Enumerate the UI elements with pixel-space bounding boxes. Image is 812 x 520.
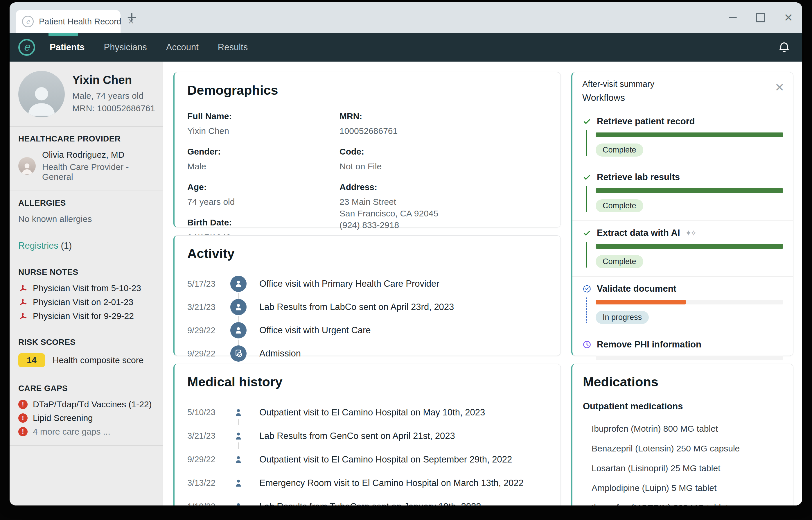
- brand-logo-icon[interactable]: e: [18, 39, 35, 56]
- demographics-title: Demographics: [187, 83, 552, 98]
- tab-title: Patient Health Record: [39, 17, 121, 26]
- notifications-bell-icon[interactable]: [778, 41, 790, 54]
- nurse-notes-heading: NURSE NOTES: [18, 267, 155, 277]
- alert-icon: !: [18, 427, 28, 436]
- activity-card: Activity 5/17/23 Office visit with Prima…: [173, 235, 561, 356]
- history-date: 5/10/23: [187, 408, 222, 417]
- care-gaps-section: CARE GAPS ! DTaP/Tdap/Td Vaccines (1-22)…: [9, 376, 163, 446]
- nurse-note-item[interactable]: Physician Visit from 5-10-23: [18, 283, 155, 293]
- medical-history-item: 5/10/23 Outpatient visit to El Camino Ho…: [187, 400, 552, 424]
- history-text: Emergency Room visit to El Camino Hospit…: [259, 478, 524, 488]
- nurse-note-item[interactable]: Physician Visit on 2-01-23: [18, 297, 155, 307]
- status-badge: Complete: [596, 255, 643, 268]
- medical-history-item: 1/19/22 Lab Results from TubeCorp sent o…: [187, 495, 552, 505]
- activity-item: 9/29/22 Office visit with Urgent Care: [187, 319, 552, 342]
- person-icon: [230, 405, 247, 421]
- provider-avatar: [18, 157, 36, 175]
- registries-section: Registries (1): [9, 233, 163, 260]
- nav-item-patients[interactable]: Patients: [50, 42, 85, 53]
- field-label: Birth Date:: [187, 217, 340, 228]
- workflows-title: Workflows: [582, 93, 654, 103]
- risk-scores-section: RISK SCORES 14 Health composite score: [9, 330, 163, 376]
- activity-date: 5/17/23: [187, 279, 222, 289]
- allergies-text: No known allergies: [18, 214, 155, 224]
- alert-icon: !: [18, 400, 28, 409]
- field-label: Code:: [340, 147, 552, 157]
- history-date: 3/13/22: [187, 478, 222, 488]
- field-value: 23 Main Street San Francisco, CA 92045 (…: [340, 196, 552, 231]
- medication-item: Ibuprofen (Motrin) 800 MG tablet: [583, 424, 784, 434]
- history-text: Lab Results from TubeCorp sent on Januar…: [259, 501, 481, 506]
- medical-history-title: Medical history: [187, 374, 552, 390]
- clock-icon: [582, 340, 592, 349]
- history-date: 3/21/23: [187, 431, 222, 441]
- history-date: 9/29/22: [187, 454, 222, 464]
- care-gap-item[interactable]: ! DTaP/Tdap/Td Vaccines (1-22): [18, 399, 155, 409]
- status-badge: Complete: [596, 199, 643, 212]
- progress-bar: [596, 244, 783, 249]
- medications-title: Medications: [583, 374, 784, 390]
- minimize-button[interactable]: [728, 13, 738, 23]
- patient-summary: Yixin Chen Male, 74 years old MRN: 10005…: [9, 61, 163, 127]
- nurse-note-label: Physician Visit from 5-10-23: [33, 283, 141, 293]
- field-value: 100052686761: [340, 125, 552, 137]
- browser-tab-strip: e Patient Health Record ✕ + ✕: [9, 2, 802, 33]
- medication-item: Benazepril (Lotensin) 250 MG capsule: [583, 444, 784, 453]
- field-label: MRN:: [340, 111, 552, 121]
- provider-heading: HEALTHCARE PROVIDER: [18, 134, 155, 144]
- new-tab-button[interactable]: +: [127, 9, 137, 26]
- window-controls: ✕: [728, 2, 793, 33]
- workflow-step-label: Extract data with AI: [597, 228, 680, 238]
- activity-date: 3/21/23: [187, 303, 222, 312]
- person-icon: [230, 428, 247, 444]
- close-icon[interactable]: ✕: [775, 79, 784, 93]
- workflow-step: Validate document In progress: [572, 277, 793, 332]
- field-value: Male: [187, 161, 340, 172]
- patient-meta: Male, 74 years old: [72, 89, 155, 102]
- field-value: 74 years old: [187, 196, 340, 208]
- activity-date: 9/29/22: [187, 326, 222, 335]
- nurse-notes-section: NURSE NOTES Physician Visit from 5-10-23…: [9, 260, 163, 330]
- field-label: Address:: [340, 182, 552, 192]
- person-icon: [230, 451, 247, 468]
- allergies-section: ALLERGIES No known allergies: [9, 191, 163, 233]
- workflow-step-label: Remove PHI information: [597, 339, 701, 350]
- risk-score-badge: 14: [18, 353, 45, 367]
- demographics-card: Demographics Full Name:Yixin Chen Gender…: [173, 72, 561, 228]
- workflow-step: Retrieve patient record Complete: [572, 109, 793, 165]
- pdf-icon: [18, 311, 28, 321]
- history-text: Outpatient visit to El Camino Hospital o…: [259, 454, 512, 465]
- care-gap-item[interactable]: ! 4 more care gaps ...: [18, 427, 155, 437]
- pdf-icon: [18, 297, 28, 307]
- provider-role: Health Care Provider - General: [42, 162, 155, 182]
- medical-history-item: 3/21/23 Lab Results from GenCo sent on A…: [187, 424, 552, 448]
- nav-item-account[interactable]: Account: [166, 42, 199, 53]
- workflow-step-label: Retrieve patient record: [597, 116, 695, 127]
- nav-item-results[interactable]: Results: [218, 42, 248, 53]
- alert-icon: !: [18, 413, 28, 423]
- care-gap-label: Lipid Screening: [33, 413, 93, 423]
- top-navbar: e Patients Physicians Account Results: [9, 33, 802, 61]
- medical-history-item: 3/13/22 Emergency Room visit to El Camin…: [187, 471, 552, 495]
- medication-item: Amplodipine (Luipn) 5 MG tablet: [583, 483, 784, 493]
- workflow-step-label: Retrieve lab results: [597, 172, 680, 182]
- close-button[interactable]: ✕: [784, 13, 793, 23]
- activity-item: 5/17/23 Office visit with Primary Health…: [187, 272, 552, 295]
- workflows-panel: After-visit summary Workflows ✕ Retrieve…: [571, 72, 793, 356]
- tab-patient-health-record[interactable]: e Patient Health Record ✕: [16, 10, 120, 33]
- nurse-note-item[interactable]: Physician Visit for 9-29-22: [18, 311, 155, 321]
- maximize-button[interactable]: [756, 13, 765, 23]
- activity-text: Office visit with Primary Health Care Pr…: [259, 279, 439, 289]
- care-gap-item[interactable]: ! Lipid Screening: [18, 413, 155, 423]
- check-icon: [582, 173, 592, 182]
- patient-name: Yixin Chen: [72, 74, 155, 86]
- nav-item-physicians[interactable]: Physicians: [104, 42, 147, 53]
- medications-subtitle: Outpatient medications: [583, 401, 784, 412]
- activity-text: Office visit with Urgent Care: [259, 325, 371, 336]
- person-icon: [230, 322, 247, 338]
- allergies-heading: ALLERGIES: [18, 199, 155, 208]
- progress-bar: [596, 356, 783, 360]
- registries-link[interactable]: Registries: [18, 240, 58, 251]
- care-gap-label: DTaP/Tdap/Td Vaccines (1-22): [33, 399, 152, 409]
- nurse-note-label: Physician Visit on 2-01-23: [33, 297, 133, 307]
